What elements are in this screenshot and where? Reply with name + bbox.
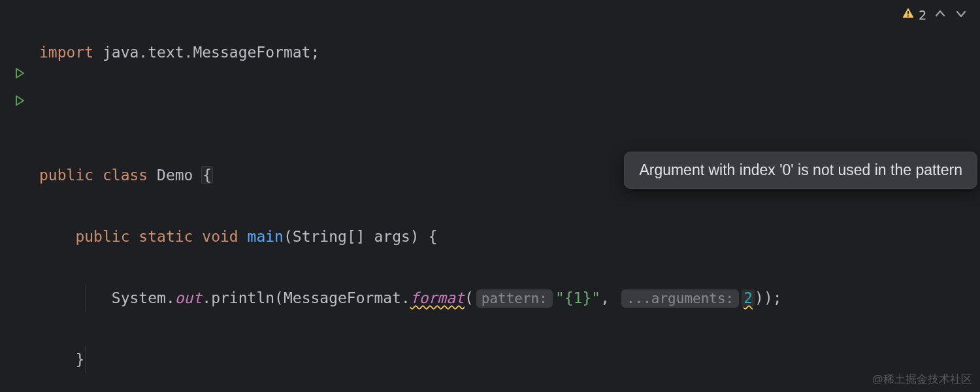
number-literal: 2 (742, 289, 755, 306)
svg-rect-1 (907, 16, 909, 17)
field-out: out (175, 289, 203, 306)
code-editor[interactable]: import java.text.MessageFormat; public c… (0, 0, 980, 392)
next-highlight-button[interactable] (954, 7, 968, 23)
run-class-icon[interactable] (14, 67, 25, 79)
code-line[interactable] (39, 100, 980, 127)
prev-highlight-button[interactable] (933, 7, 947, 23)
watermark: @稀土掘金技术社区 (872, 372, 972, 387)
code-line[interactable]: public static void main(String[] args) { (39, 223, 980, 250)
code-line[interactable]: import java.text.MessageFormat; (39, 39, 980, 66)
gutter (0, 0, 39, 392)
keyword-class: class (103, 167, 148, 184)
run-main-icon[interactable] (14, 95, 25, 106)
class-name: Demo (157, 167, 193, 184)
inspection-widget[interactable]: 2 (902, 7, 968, 23)
method-format: format (410, 289, 465, 306)
code-area[interactable]: import java.text.MessageFormat; public c… (39, 0, 980, 392)
tooltip-message: Argument with index '0' is not used in t… (639, 161, 962, 178)
keyword-import: import (39, 44, 93, 61)
inspection-tooltip: Argument with index '0' is not used in t… (624, 152, 977, 189)
string-literal: "{1}" (555, 289, 600, 306)
brace-open: { (202, 167, 212, 184)
import-path: java.text.MessageFormat (103, 44, 311, 61)
param-hint-pattern: pattern: (476, 289, 553, 308)
keyword-public: public (39, 167, 93, 184)
svg-rect-0 (907, 11, 909, 14)
param-hint-arguments: ...arguments: (621, 289, 739, 308)
method-main: main (248, 228, 284, 245)
code-line[interactable]: System.out.println(MessageFormat.format(… (39, 284, 980, 312)
warning-count: 2 (919, 7, 926, 23)
warning-badge[interactable]: 2 (902, 7, 926, 23)
code-line[interactable]: } (39, 346, 980, 373)
warning-icon (902, 7, 915, 23)
